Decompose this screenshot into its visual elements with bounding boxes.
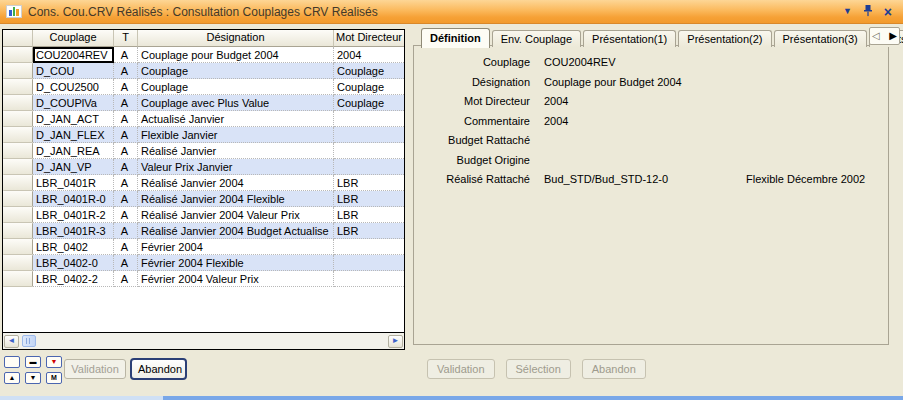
nav-down-button[interactable]: ▼ xyxy=(25,372,41,384)
row-header-button[interactable] xyxy=(3,239,33,255)
cell-mot-directeur[interactable]: LBR xyxy=(334,191,404,207)
cell-mot-directeur[interactable] xyxy=(334,159,404,175)
nav-blank-button[interactable] xyxy=(4,356,20,368)
cell-mot-directeur[interactable] xyxy=(334,255,404,271)
row-header-button[interactable] xyxy=(3,223,33,239)
cell-d-signation[interactable]: Réalisé Janvier 2004 xyxy=(138,175,334,191)
tab-pr-sentation-2[interactable]: Présentation(2) xyxy=(678,30,771,47)
cell-d-signation[interactable]: Réalisé Janvier 2004 Budget Actualise xyxy=(138,223,334,239)
nav-up-button[interactable]: ▲ xyxy=(4,372,20,384)
validation-button-left[interactable]: Validation xyxy=(64,359,126,379)
validation-button-right[interactable]: Validation xyxy=(427,359,495,379)
cell-t[interactable]: A xyxy=(114,159,138,175)
cell-d-signation[interactable]: Valeur Prix Janvier xyxy=(138,159,334,175)
column-header-mot-directeur[interactable]: Mot Directeur xyxy=(334,30,404,47)
row-header-button[interactable] xyxy=(3,79,33,95)
cell-t[interactable]: A xyxy=(114,47,138,63)
cell-mot-directeur[interactable]: LBR xyxy=(334,223,404,239)
cell-couplage[interactable]: D_JAN_ACT xyxy=(33,111,114,127)
cell-d-signation[interactable]: Réalisé Janvier 2004 Flexible xyxy=(138,191,334,207)
bottom-scroll-thumb[interactable] xyxy=(0,396,163,400)
row-header-button[interactable] xyxy=(3,191,33,207)
cell-d-signation[interactable]: Couplage xyxy=(138,63,334,79)
cell-mot-directeur[interactable] xyxy=(334,239,404,255)
cell-t[interactable]: A xyxy=(114,79,138,95)
cell-t[interactable]: A xyxy=(114,111,138,127)
cell-d-signation[interactable]: Actualisé Janvier xyxy=(138,111,334,127)
window-menu-icon[interactable]: ▼ xyxy=(843,7,852,16)
grid-horizontal-scrollbar[interactable]: ◄ ► xyxy=(3,332,404,349)
cell-t[interactable]: A xyxy=(114,63,138,79)
abandon-button-right[interactable]: Abandon xyxy=(582,359,646,379)
cell-d-signation[interactable]: Février 2004 xyxy=(138,239,334,255)
cell-couplage[interactable]: D_COU xyxy=(33,63,114,79)
cell-t[interactable]: A xyxy=(114,255,138,271)
cell-couplage[interactable]: D_JAN_REA xyxy=(33,143,114,159)
cell-couplage[interactable]: LBR_0402-2 xyxy=(33,271,114,287)
cell-d-signation[interactable]: Couplage avec Plus Value xyxy=(138,95,334,111)
cell-couplage[interactable]: D_COU2500 xyxy=(33,79,114,95)
cell-couplage[interactable]: D_COUPlVa xyxy=(33,95,114,111)
nav-current-record-button[interactable]: ▬ xyxy=(25,356,41,368)
cell-mot-directeur[interactable]: Couplage xyxy=(334,95,404,111)
cell-mot-directeur[interactable]: LBR xyxy=(334,207,404,223)
cell-couplage[interactable]: COU2004REV xyxy=(33,47,114,63)
row-header-button[interactable] xyxy=(3,111,33,127)
cell-mot-directeur[interactable]: Couplage xyxy=(334,63,404,79)
cell-d-signation[interactable]: Réalisé Janvier xyxy=(138,143,334,159)
row-header-button[interactable] xyxy=(3,207,33,223)
tab-env-couplage[interactable]: Env. Couplage xyxy=(492,30,581,47)
cell-t[interactable]: A xyxy=(114,175,138,191)
column-header-selector[interactable] xyxy=(3,30,33,47)
cell-mot-directeur[interactable] xyxy=(334,143,404,159)
row-header-button[interactable] xyxy=(3,175,33,191)
cell-mot-directeur[interactable]: 2004 xyxy=(334,47,404,63)
cell-t[interactable]: A xyxy=(114,239,138,255)
row-header-button[interactable] xyxy=(3,63,33,79)
tab-pr-sentation-3[interactable]: Présentation(3) xyxy=(774,30,867,47)
row-header-button[interactable] xyxy=(3,271,33,287)
row-header-button[interactable] xyxy=(3,159,33,175)
tab-scroll-right-icon[interactable]: ▶ xyxy=(889,31,897,41)
cell-d-signation[interactable]: Couplage xyxy=(138,79,334,95)
cell-t[interactable]: A xyxy=(114,223,138,239)
cell-d-signation[interactable]: Réalisé Janvier 2004 Valeur Prix xyxy=(138,207,334,223)
cell-couplage[interactable]: LBR_0402 xyxy=(33,239,114,255)
cell-mot-directeur[interactable] xyxy=(334,127,404,143)
cell-couplage[interactable]: D_JAN_FLEX xyxy=(33,127,114,143)
s-lection-button-right[interactable]: Sélection xyxy=(506,359,571,379)
close-icon[interactable]: × xyxy=(884,5,892,19)
scrollbar-thumb[interactable] xyxy=(22,335,36,347)
cell-couplage[interactable]: LBR_0402-0 xyxy=(33,255,114,271)
abandon-button-left[interactable]: Abandon xyxy=(130,358,187,380)
cell-t[interactable]: A xyxy=(114,143,138,159)
row-header-button[interactable] xyxy=(3,47,33,63)
cell-t[interactable]: A xyxy=(114,127,138,143)
tab-d-finition[interactable]: Définition xyxy=(421,28,490,48)
row-header-button[interactable] xyxy=(3,143,33,159)
cell-d-signation[interactable]: Février 2004 Flexible xyxy=(138,255,334,271)
cell-couplage[interactable]: LBR_0401R xyxy=(33,175,114,191)
column-header-t[interactable]: T xyxy=(114,30,138,47)
row-header-button[interactable] xyxy=(3,255,33,271)
cell-mot-directeur[interactable]: LBR xyxy=(334,175,404,191)
column-header-couplage[interactable]: Couplage xyxy=(33,30,114,47)
cell-couplage[interactable]: LBR_0401R-0 xyxy=(33,191,114,207)
cell-mot-directeur[interactable] xyxy=(334,111,404,127)
cell-d-signation[interactable]: Février 2004 Valeur Prix xyxy=(138,271,334,287)
cell-t[interactable]: A xyxy=(114,207,138,223)
cell-couplage[interactable]: LBR_0401R-3 xyxy=(33,223,114,239)
scroll-right-icon[interactable]: ► xyxy=(388,335,403,348)
cell-t[interactable]: A xyxy=(114,95,138,111)
column-header-d-signation[interactable]: Désignation xyxy=(138,30,334,47)
tab-scroll-left-icon[interactable]: ◁ xyxy=(872,31,880,41)
cell-mot-directeur[interactable]: Couplage xyxy=(334,79,404,95)
cell-couplage[interactable]: D_JAN_VP xyxy=(33,159,114,175)
cell-couplage[interactable]: LBR_0401R-2 xyxy=(33,207,114,223)
nav-last-record-button[interactable]: ▼ xyxy=(46,356,62,368)
row-header-button[interactable] xyxy=(3,95,33,111)
nav-max-button[interactable]: M xyxy=(46,372,62,384)
cell-t[interactable]: A xyxy=(114,191,138,207)
cell-mot-directeur[interactable] xyxy=(334,271,404,287)
scroll-left-icon[interactable]: ◄ xyxy=(4,335,19,348)
